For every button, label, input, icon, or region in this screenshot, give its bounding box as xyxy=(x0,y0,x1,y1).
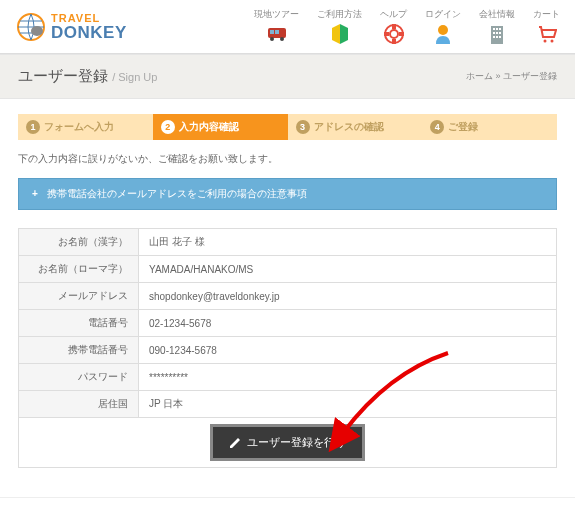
nav-cart[interactable]: カート xyxy=(533,8,560,45)
step-register: 4ご登録 xyxy=(422,114,557,140)
table-row: お名前（漢字）山田 花子 様 xyxy=(19,229,557,256)
table-row: メールアドレスshopdonkey@traveldonkey.jp xyxy=(19,283,557,310)
beginner-icon xyxy=(329,23,351,45)
edit-icon xyxy=(229,437,241,449)
svg-rect-18 xyxy=(493,32,495,34)
nav-help[interactable]: ヘルプ xyxy=(380,8,407,45)
plus-icon: + xyxy=(29,188,41,200)
nav-howto[interactable]: ご利用方法 xyxy=(317,8,362,45)
globe-donkey-icon xyxy=(15,11,47,43)
svg-rect-11 xyxy=(384,32,389,36)
svg-point-5 xyxy=(270,37,274,41)
svg-point-13 xyxy=(438,25,448,35)
nav-login[interactable]: ログイン xyxy=(425,8,461,45)
mobile-email-notice[interactable]: + 携帯電話会社のメールアドレスをご利用の場合の注意事項 xyxy=(18,178,557,210)
svg-rect-17 xyxy=(499,28,501,30)
svg-rect-19 xyxy=(496,32,498,34)
table-row: 居住国JP 日本 xyxy=(19,391,557,418)
page-title: ユーザー登録 / Sign Up xyxy=(18,67,157,86)
svg-point-24 xyxy=(543,40,546,43)
table-row: 携帯電話番号090-1234-5678 xyxy=(19,337,557,364)
breadcrumb-home[interactable]: ホーム xyxy=(466,71,493,81)
breadcrumb: ホーム » ユーザー登録 xyxy=(466,70,557,83)
svg-point-25 xyxy=(550,40,553,43)
page-title-bar: ユーザー登録 / Sign Up ホーム » ユーザー登録 xyxy=(0,54,575,99)
bus-icon xyxy=(266,23,288,45)
user-icon xyxy=(432,23,454,45)
nav-tours[interactable]: 現地ツアー xyxy=(254,8,299,45)
svg-rect-15 xyxy=(493,28,495,30)
svg-rect-22 xyxy=(496,36,498,38)
cart-icon xyxy=(536,23,558,45)
svg-point-6 xyxy=(280,37,284,41)
header: TRAVEL DONKEY 現地ツアー ご利用方法 ヘルプ ログイン 会 xyxy=(0,0,575,54)
svg-rect-9 xyxy=(392,24,396,29)
breadcrumb-current: ユーザー登録 xyxy=(503,71,557,81)
step-form-input: 1フォームへ入力 xyxy=(18,114,153,140)
logo-text-donkey: DONKEY xyxy=(51,24,127,41)
svg-point-8 xyxy=(390,30,398,38)
step-confirm: 2入力内容確認 xyxy=(153,114,288,140)
lifebuoy-icon xyxy=(383,23,405,45)
confirmation-table: お名前（漢字）山田 花子 様 お名前（ローマ字）YAMADA/HANAKO/MS… xyxy=(18,228,557,468)
svg-rect-21 xyxy=(493,36,495,38)
features-row: ♥ 安心の正規旅行会社 トラベルドンキーは、日本の観光庁登録の第1種旅行業の正規… xyxy=(0,497,575,506)
instruction-text: 下の入力内容に誤りがないか、ご確認をお願い致します。 xyxy=(18,152,557,166)
svg-rect-20 xyxy=(499,32,501,34)
progress-steps: 1フォームへ入力 2入力内容確認 3アドレスの確認 4ご登録 xyxy=(18,114,557,140)
top-nav: 現地ツアー ご利用方法 ヘルプ ログイン 会社情報 カート xyxy=(254,8,560,45)
svg-rect-10 xyxy=(392,39,396,44)
table-row: 電話番号02-1234-5678 xyxy=(19,310,557,337)
svg-rect-12 xyxy=(399,32,404,36)
building-icon xyxy=(486,23,508,45)
svg-rect-16 xyxy=(496,28,498,30)
nav-company[interactable]: 会社情報 xyxy=(479,8,515,45)
logo-text-travel: TRAVEL xyxy=(51,13,127,24)
svg-rect-3 xyxy=(270,30,274,34)
table-row: お名前（ローマ字）YAMADA/HANAKO/MS xyxy=(19,256,557,283)
svg-rect-23 xyxy=(499,36,501,38)
logo[interactable]: TRAVEL DONKEY xyxy=(15,11,127,43)
register-submit-button[interactable]: ユーザー登録を行う xyxy=(210,424,365,461)
step-address: 3アドレスの確認 xyxy=(288,114,423,140)
table-row: パスワード********** xyxy=(19,364,557,391)
svg-rect-4 xyxy=(275,30,279,34)
svg-point-1 xyxy=(31,26,43,36)
